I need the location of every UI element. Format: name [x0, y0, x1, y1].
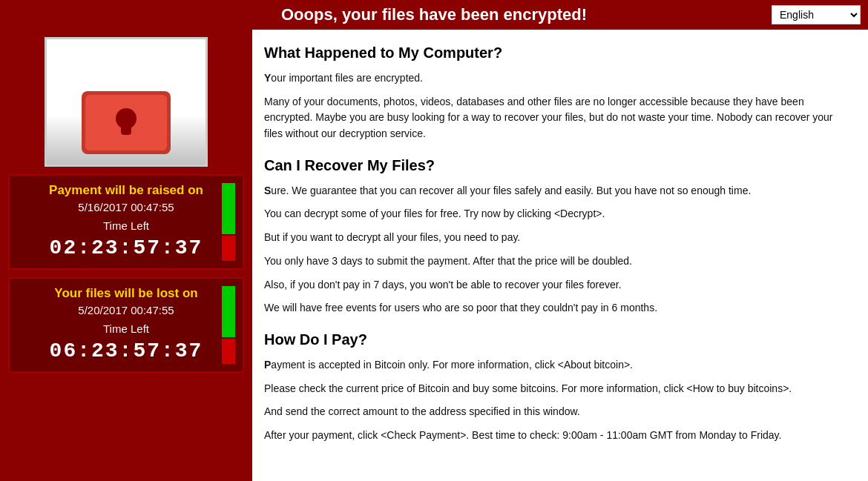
main-content: Payment will be raised on 5/16/2017 00:4… [0, 30, 868, 481]
section3-para2: Please check the current price of Bitcoi… [264, 381, 853, 397]
section2-para1-first: S [264, 185, 271, 196]
section2-para4: You only have 3 days to submit the payme… [264, 253, 853, 270]
timer1-date: 5/16/2017 00:47:55 [78, 201, 174, 213]
timer-box-payment: Payment will be raised on 5/16/2017 00:4… [8, 174, 244, 270]
section3-para1: Payment is accepted in Bitcoin only. For… [264, 357, 853, 374]
section3-para1-first: P [264, 359, 271, 371]
section3-heading: How Do I Pay? [264, 328, 853, 351]
timer2-label: Time Left [103, 322, 149, 335]
section2-para5: Also, if you don't pay in 7 days, you wo… [264, 277, 853, 293]
section-how-to-pay: How Do I Pay? Payment is accepted in Bit… [264, 328, 853, 444]
timer2-progress-green [222, 286, 235, 337]
language-select[interactable]: English Chinese Spanish French German Ja… [772, 5, 861, 24]
section1-para1-first: Y [264, 72, 271, 84]
header-title: Ooops, your files have been encrypted! [281, 5, 587, 24]
section2-para2: You can decrypt some of your files for f… [264, 206, 853, 222]
timer2-progress-bar [222, 286, 235, 364]
section3-para1-rest: ayment is accepted in Bitcoin only. For … [271, 359, 633, 371]
lock-icon [74, 47, 178, 158]
svg-rect-0 [104, 54, 148, 95]
section1-para1-rest: our important files are encrypted. [271, 72, 423, 84]
header: Ooops, your files have been encrypted! E… [0, 0, 868, 30]
right-panel: What Happened to My Computer? Your impor… [252, 30, 868, 481]
section1-heading: What Happened to My Computer? [264, 42, 853, 64]
timer2-progress-red [222, 339, 235, 364]
section2-para3: But if you want to decrypt all your file… [264, 230, 853, 246]
section2-heading: Can I Recover My Files? [264, 154, 853, 177]
timer2-title: Your files will be lost on [54, 286, 197, 301]
timer1-progress-bar [222, 183, 235, 261]
section-what-happened: What Happened to My Computer? Your impor… [264, 42, 853, 142]
section3-para3: And send the correct amount to the addre… [264, 404, 853, 420]
timer1-title: Payment will be raised on [49, 183, 203, 198]
timer2-date: 5/20/2017 00:47:55 [78, 304, 174, 316]
language-selector-wrapper[interactable]: English Chinese Spanish French German Ja… [772, 5, 861, 24]
section1-para2: Many of your documents, photos, videos, … [264, 94, 853, 142]
section-can-recover: Can I Recover My Files? Sure. We guarant… [264, 154, 853, 316]
section2-para6: We will have free events for users who a… [264, 300, 853, 316]
timer2-countdown: 06:23:57:37 [50, 339, 203, 362]
timer-box-lost: Your files will be lost on 5/20/2017 00:… [8, 277, 244, 373]
section3-para4: After your payment, click <Check Payment… [264, 428, 853, 444]
timer1-countdown: 02:23:57:37 [50, 236, 203, 259]
left-panel: Payment will be raised on 5/16/2017 00:4… [0, 30, 252, 481]
timer1-label: Time Left [103, 219, 149, 232]
timer1-progress-red [222, 236, 235, 261]
section2-para1: Sure. We guarantee that you can recover … [264, 183, 853, 199]
section1-para1: Your important files are encrypted. [264, 70, 853, 87]
lock-icon-box [45, 37, 208, 167]
svg-rect-4 [121, 119, 131, 135]
timer1-progress-green [222, 183, 235, 234]
section2-para1-rest: ure. We guarantee that you can recover a… [271, 185, 751, 196]
